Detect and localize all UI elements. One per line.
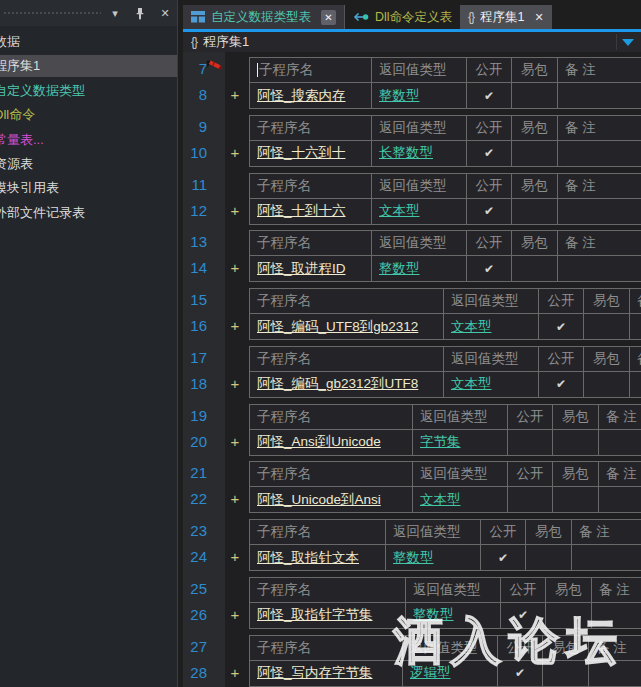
expand-plus-icon[interactable]: + xyxy=(227,429,243,455)
public-checkbox-cell[interactable]: ✔ xyxy=(501,603,546,628)
remark-cell[interactable] xyxy=(630,372,641,397)
line-number[interactable]: 23 xyxy=(185,519,207,543)
tab-2[interactable]: Dll命令定义表 xyxy=(345,5,460,29)
return-type-cell[interactable]: 字节集 xyxy=(413,430,508,455)
close-icon[interactable]: ✕ xyxy=(158,6,172,20)
return-type-cell[interactable]: 整数型 xyxy=(406,603,501,628)
return-type-cell[interactable]: 逻辑型 xyxy=(403,661,498,686)
close-icon[interactable]: ✕ xyxy=(321,10,336,25)
sidebar-item[interactable]: 资源表 xyxy=(0,153,177,175)
line-number[interactable]: 13 xyxy=(185,230,207,254)
easy-pack-checkbox-cell[interactable] xyxy=(512,256,558,281)
remark-cell[interactable] xyxy=(630,314,641,339)
public-checkbox-cell[interactable]: ✔ xyxy=(498,661,543,686)
line-number[interactable]: 27 xyxy=(185,635,207,659)
easy-pack-checkbox-cell[interactable] xyxy=(512,199,558,224)
public-checkbox-cell[interactable]: ✔ xyxy=(481,545,526,570)
sidebar-item[interactable]: 外部文件记录表 xyxy=(0,202,177,224)
remark-cell[interactable] xyxy=(592,603,641,628)
sidebar-item[interactable]: 常量表... xyxy=(0,129,177,151)
expand-plus-icon[interactable]: + xyxy=(227,371,243,397)
tab-3[interactable]: {}程序集1✕ xyxy=(460,5,552,29)
easy-pack-checkbox-cell[interactable] xyxy=(543,661,589,686)
return-type-cell[interactable]: 文本型 xyxy=(413,487,508,512)
remark-cell[interactable] xyxy=(558,256,641,281)
line-number[interactable]: 28 xyxy=(185,660,207,686)
sidebar-item[interactable]: 数据 xyxy=(0,31,177,53)
easy-pack-checkbox-cell[interactable] xyxy=(584,314,630,339)
assembly-selector[interactable]: {} 程序集1 xyxy=(183,32,641,53)
expand-plus-icon[interactable]: + xyxy=(227,313,243,339)
line-number[interactable]: 19 xyxy=(185,404,207,428)
close-icon[interactable]: ✕ xyxy=(535,11,544,24)
expand-plus-icon[interactable]: + xyxy=(227,255,243,281)
remark-cell[interactable] xyxy=(572,545,641,570)
panel-drag-grip[interactable] xyxy=(3,11,101,16)
easy-pack-checkbox-cell[interactable] xyxy=(546,603,592,628)
public-checkbox-cell[interactable] xyxy=(508,487,553,512)
subroutine-name-cell[interactable]: 阿怪_编码_gb2312到UTF8 xyxy=(250,372,444,397)
easy-pack-checkbox-cell[interactable] xyxy=(512,83,558,108)
expand-plus-icon[interactable]: + xyxy=(227,486,243,512)
return-type-cell[interactable]: 整数型 xyxy=(386,545,481,570)
remark-cell[interactable] xyxy=(558,83,641,108)
line-number[interactable]: 24 xyxy=(185,544,207,570)
line-number[interactable]: 25 xyxy=(185,577,207,601)
subroutine-name-cell[interactable]: 阿怪_十到十六 xyxy=(250,199,372,224)
sidebar-item[interactable]: 模块引用表 xyxy=(0,177,177,199)
return-type-cell[interactable]: 文本型 xyxy=(444,314,539,339)
expand-plus-icon[interactable]: + xyxy=(227,660,243,686)
chevron-down-icon[interactable]: ▾ xyxy=(108,6,122,20)
easy-pack-checkbox-cell[interactable] xyxy=(584,372,630,397)
line-number[interactable]: 20 xyxy=(185,429,207,455)
easy-pack-checkbox-cell[interactable] xyxy=(553,430,599,455)
line-number[interactable]: 15 xyxy=(185,288,207,312)
line-number[interactable]: 26 xyxy=(185,602,207,628)
remark-cell[interactable] xyxy=(599,430,641,455)
easy-pack-checkbox-cell[interactable] xyxy=(526,545,572,570)
subroutine-name-cell[interactable]: 阿怪_写内存字节集 xyxy=(250,661,403,686)
sidebar-item[interactable]: 自定义数据类型 xyxy=(0,80,177,102)
line-number[interactable]: 16 xyxy=(185,313,207,339)
public-checkbox-cell[interactable]: ✔ xyxy=(467,256,512,281)
expand-plus-icon[interactable]: + xyxy=(227,82,243,108)
subroutine-name-cell[interactable]: 阿怪_取指针字节集 xyxy=(250,603,406,628)
remark-cell[interactable] xyxy=(599,487,641,512)
expand-plus-icon[interactable]: + xyxy=(227,140,243,166)
line-number[interactable]: 12 xyxy=(185,198,207,224)
tab-1[interactable]: 自定义数据类型表✕ xyxy=(183,5,345,29)
return-type-cell[interactable]: 整数型 xyxy=(372,256,467,281)
line-number[interactable]: 17 xyxy=(185,346,207,370)
return-type-cell[interactable]: 文本型 xyxy=(372,199,467,224)
return-type-cell[interactable]: 长整数型 xyxy=(372,141,467,166)
subroutine-name-cell[interactable]: 阿怪_Unicode到Ansi xyxy=(250,487,413,512)
subroutine-name-cell[interactable]: 阿怪_十六到十 xyxy=(250,141,372,166)
expand-plus-icon[interactable]: + xyxy=(227,602,243,628)
subroutine-name-cell[interactable]: 阿怪_搜索内存 xyxy=(250,83,372,108)
line-number[interactable]: 8 xyxy=(185,82,207,108)
remark-cell[interactable] xyxy=(558,199,641,224)
expand-plus-icon[interactable]: + xyxy=(227,198,243,224)
subroutine-name-cell[interactable]: 阿怪_取指针文本 xyxy=(250,545,386,570)
subroutine-name-cell[interactable]: 阿怪_编码_UTF8到gb2312 xyxy=(250,314,444,339)
public-checkbox-cell[interactable]: ✔ xyxy=(467,199,512,224)
public-checkbox-cell[interactable]: ✔ xyxy=(539,314,584,339)
public-checkbox-cell[interactable]: ✔ xyxy=(467,83,512,108)
remark-cell[interactable] xyxy=(558,141,641,166)
line-number[interactable]: 11 xyxy=(185,173,207,197)
line-number[interactable]: 10 xyxy=(185,140,207,166)
subroutine-name-cell[interactable]: 阿怪_Ansi到Unicode xyxy=(250,430,413,455)
line-number[interactable]: 22 xyxy=(185,486,207,512)
line-number[interactable]: 14 xyxy=(185,255,207,281)
return-type-cell[interactable]: 整数型 xyxy=(372,83,467,108)
expand-plus-icon[interactable]: + xyxy=(227,544,243,570)
remark-cell[interactable] xyxy=(589,661,641,686)
pin-icon[interactable] xyxy=(133,6,147,20)
line-number[interactable]: 18 xyxy=(185,371,207,397)
easy-pack-checkbox-cell[interactable] xyxy=(553,487,599,512)
sidebar-item[interactable]: Dll命令 xyxy=(0,104,177,126)
line-number[interactable]: 21 xyxy=(185,461,207,485)
public-checkbox-cell[interactable] xyxy=(508,430,553,455)
chevron-down-icon[interactable] xyxy=(622,39,634,46)
subroutine-name-cell[interactable]: 阿怪_取进程ID xyxy=(250,256,372,281)
